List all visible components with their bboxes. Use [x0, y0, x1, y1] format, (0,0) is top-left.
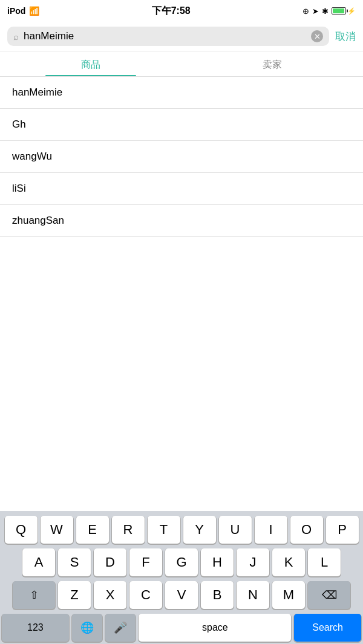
key-X[interactable]: X — [94, 581, 126, 609]
tab-seller[interactable]: 卖家 — [182, 51, 363, 76]
clear-button[interactable]: ✕ — [311, 30, 323, 42]
search-input[interactable]: hanMeimie — [24, 30, 306, 42]
cancel-button[interactable]: 取消 — [335, 30, 356, 44]
lightning-icon: ⚡ — [347, 7, 356, 15]
battery-indicator: ⚡ — [332, 7, 356, 15]
keyboard: Q W E R T Y U I O P A S D F G H J K L ⇧ … — [0, 511, 363, 644]
status-bar: iPod 📶 下午7:58 ⊕ ➤ ✱ ⚡ — [0, 0, 363, 22]
globe-key[interactable]: 🌐 — [72, 614, 102, 642]
result-item-0[interactable]: hanMeimie — [0, 77, 363, 109]
num-key[interactable]: 123 — [2, 614, 69, 642]
key-P[interactable]: P — [326, 516, 359, 544]
key-B[interactable]: B — [201, 581, 234, 609]
key-L[interactable]: L — [308, 548, 341, 576]
result-item-2[interactable]: wangWu — [0, 141, 363, 173]
key-D[interactable]: D — [94, 548, 126, 576]
key-C[interactable]: C — [129, 581, 162, 609]
keyboard-row-3: ⇧ Z X C V B N M ⌫ — [2, 581, 361, 609]
status-right: ⊕ ➤ ✱ ⚡ — [302, 7, 356, 16]
key-U[interactable]: U — [219, 516, 252, 544]
tab-goods[interactable]: 商品 — [0, 51, 182, 76]
key-A[interactable]: A — [22, 548, 55, 576]
key-M[interactable]: M — [272, 581, 305, 609]
wifi-icon: 📶 — [29, 6, 39, 16]
key-G[interactable]: G — [165, 548, 198, 576]
key-W[interactable]: W — [41, 516, 73, 544]
key-K[interactable]: K — [272, 548, 305, 576]
status-time: 下午7:58 — [152, 5, 191, 18]
shift-key[interactable]: ⇧ — [13, 581, 55, 609]
mic-key[interactable]: 🎤 — [105, 614, 136, 642]
key-Q[interactable]: Q — [5, 516, 38, 544]
delete-key[interactable]: ⌫ — [308, 581, 350, 609]
search-icon: ⌕ — [13, 31, 19, 42]
keyboard-row-1: Q W E R T Y U I O P — [2, 516, 361, 544]
key-R[interactable]: R — [112, 516, 145, 544]
key-S[interactable]: S — [58, 548, 91, 576]
bluetooth-icon: ✱ — [322, 7, 329, 16]
device-name: iPod — [7, 6, 25, 16]
search-bar: ⌕ hanMeimie ✕ 取消 — [0, 22, 363, 51]
search-key[interactable]: Search — [294, 614, 361, 642]
results-list: hanMeimie Gh wangWu liSi zhuangSan — [0, 77, 363, 237]
key-V[interactable]: V — [165, 581, 198, 609]
key-I[interactable]: I — [255, 516, 287, 544]
key-N[interactable]: N — [237, 581, 269, 609]
key-Y[interactable]: Y — [183, 516, 216, 544]
result-item-3[interactable]: liSi — [0, 173, 363, 205]
status-left: iPod 📶 — [7, 6, 39, 16]
result-item-1[interactable]: Gh — [0, 109, 363, 141]
keyboard-row-2: A S D F G H J K L — [2, 548, 361, 576]
key-E[interactable]: E — [76, 516, 109, 544]
key-F[interactable]: F — [129, 548, 162, 576]
result-item-4[interactable]: zhuangSan — [0, 205, 363, 236]
search-input-container[interactable]: ⌕ hanMeimie ✕ — [7, 27, 329, 46]
tabs-container: 商品 卖家 — [0, 51, 363, 77]
space-key[interactable]: space — [139, 614, 291, 642]
key-T[interactable]: T — [148, 516, 180, 544]
key-J[interactable]: J — [237, 548, 269, 576]
location-icon: ⊕ — [302, 7, 309, 16]
key-O[interactable]: O — [290, 516, 323, 544]
arrow-icon: ➤ — [312, 7, 319, 16]
key-Z[interactable]: Z — [58, 581, 91, 609]
key-H[interactable]: H — [201, 548, 234, 576]
keyboard-bottom-row: 123 🌐 🎤 space Search — [2, 614, 361, 642]
